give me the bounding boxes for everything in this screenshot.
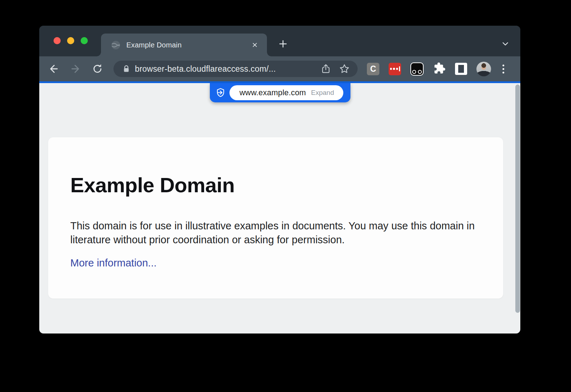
extension-c-icon[interactable]: C [367,63,379,75]
profile-avatar[interactable] [476,62,491,76]
page-paragraph: This domain is for use in illustrative e… [70,219,480,247]
back-icon[interactable] [48,63,59,75]
desktop-background: Example Domain [0,0,571,392]
bookmark-star-icon[interactable] [339,63,350,74]
url-text: browser-beta.cloudflareaccess.com/... [135,64,276,74]
isolated-host-pill: www.example.com Expand [229,85,343,100]
vertical-scrollbar[interactable] [515,85,520,313]
tab-strip: Example Domain [39,26,520,56]
share-icon[interactable] [320,63,331,74]
shield-arrow-icon [215,87,226,98]
expand-button[interactable]: Expand [311,89,334,97]
content-card: Example Domain This domain is for use in… [48,137,503,299]
tab-search-chevron-icon[interactable] [500,39,510,49]
traffic-minimize-icon[interactable] [67,37,74,44]
globe-favicon [111,40,121,50]
browser-tab[interactable]: Example Domain [101,34,267,56]
page-viewport: www.example.com Expand Example Domain Th… [39,83,520,334]
extensions-puzzle-icon[interactable] [433,62,446,76]
extension-lastpass-icon[interactable] [389,63,401,75]
forward-icon[interactable] [70,63,81,75]
page-title: Example Domain [70,173,480,197]
extension-frame-icon[interactable] [455,63,467,75]
extension-circles-icon[interactable] [410,62,424,76]
tab-close-icon[interactable] [250,40,260,50]
traffic-close-icon[interactable] [54,37,61,44]
browser-window: Example Domain [39,26,520,334]
address-bar[interactable]: browser-beta.cloudflareaccess.com/... [113,61,358,77]
lock-icon[interactable] [122,65,131,73]
traffic-zoom-icon[interactable] [81,37,88,44]
isolation-indicator-pill: www.example.com Expand [210,83,350,102]
new-tab-icon[interactable] [278,39,288,49]
browser-toolbar: browser-beta.cloudflareaccess.com/... [39,56,520,81]
more-information-link[interactable]: More information... [70,257,157,269]
kebab-menu-icon[interactable] [500,63,506,75]
reload-icon[interactable] [92,63,103,75]
tab-title: Example Domain [126,41,182,49]
extension-toolbar: C [367,56,506,81]
isolated-host-text: www.example.com [239,88,306,97]
